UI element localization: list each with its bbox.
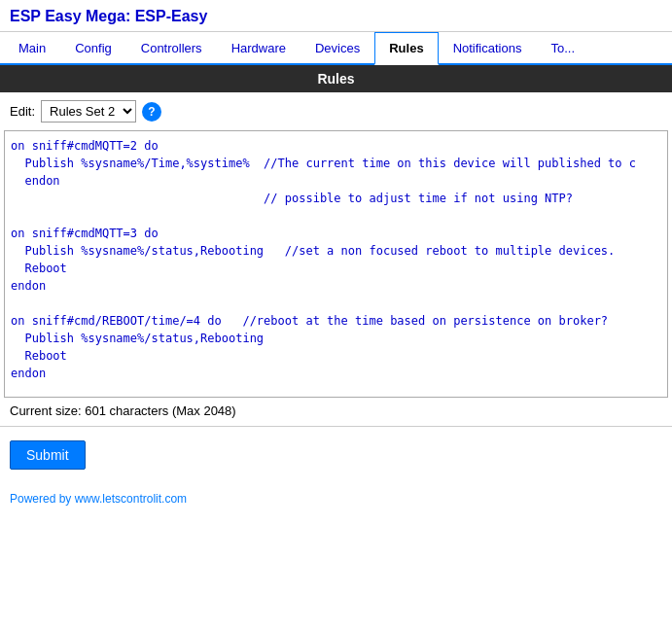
tab-devices[interactable]: Devices	[301, 32, 374, 65]
tab-controllers[interactable]: Controllers	[126, 32, 217, 65]
section-header: Rules	[0, 65, 672, 92]
app-title: ESP Easy Mega: ESP-Easy	[10, 8, 662, 25]
textarea-container	[4, 130, 668, 398]
divider	[0, 426, 672, 427]
tab-notifications[interactable]: Notifications	[439, 32, 537, 65]
tab-hardware[interactable]: Hardware	[217, 32, 301, 65]
tab-tools[interactable]: To...	[536, 32, 589, 65]
submit-button[interactable]: Submit	[10, 440, 86, 470]
edit-row: Edit: Rules Set 1Rules Set 2Rules Set 3R…	[0, 92, 672, 130]
title-bar: ESP Easy Mega: ESP-Easy	[0, 0, 672, 32]
help-icon[interactable]: ?	[142, 102, 161, 122]
submit-area: Submit	[0, 431, 672, 479]
tab-main[interactable]: Main	[4, 32, 60, 65]
edit-label: Edit:	[10, 104, 35, 119]
status-text: Current size: 601 characters (Max 2048)	[10, 403, 236, 418]
nav-tabs: MainConfigControllersHardwareDevicesRule…	[0, 32, 672, 65]
rules-set-select[interactable]: Rules Set 1Rules Set 2Rules Set 3Rules S…	[41, 100, 136, 123]
tab-rules[interactable]: Rules	[374, 32, 438, 65]
tab-config[interactable]: Config	[60, 32, 126, 65]
footer: Powered by www.letscontrolit.com	[0, 479, 672, 513]
rules-textarea[interactable]	[5, 131, 667, 394]
status-line: Current size: 601 characters (Max 2048)	[0, 398, 672, 422]
footer-link[interactable]: Powered by www.letscontrolit.com	[10, 492, 187, 506]
